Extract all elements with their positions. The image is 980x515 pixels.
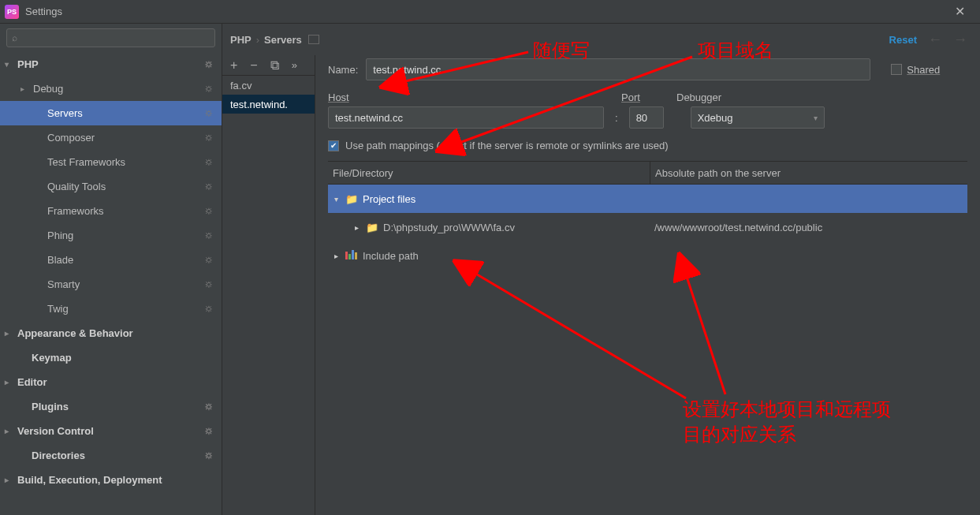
breadcrumb-root[interactable]: PHP <box>230 34 252 46</box>
tree-label: Appearance & Behavior <box>17 327 133 339</box>
mapping-header: File/Directory Absolute path on the serv… <box>328 161 967 185</box>
servers-panel: + − ⧉ » fa.cv test.netwind. <box>222 55 315 515</box>
tree-label: Test Frameworks <box>47 156 125 168</box>
tree-label: Composer <box>47 132 95 144</box>
gear-icon <box>204 279 215 290</box>
tree-node-plugins[interactable]: Plugins <box>0 394 222 419</box>
tree-label: Twig <box>47 303 69 315</box>
gear-icon <box>204 157 215 168</box>
tree-label: Quality Tools <box>47 181 106 192</box>
port-input[interactable] <box>629 106 664 129</box>
mapping-row-include[interactable]: ▸ Include path <box>328 241 967 270</box>
tree-node-servers[interactable]: Servers <box>0 101 222 125</box>
chevron-right-icon: ▸ <box>334 252 345 260</box>
tree-node-php[interactable]: PHP <box>0 52 222 77</box>
debugger-select[interactable]: Xdebug <box>691 106 825 129</box>
tree-label: Plugins <box>32 401 69 412</box>
folder-icon: 📁 <box>345 193 358 205</box>
gear-icon <box>204 206 215 217</box>
gear-icon <box>204 450 215 461</box>
tree-label: Version Control <box>17 425 94 437</box>
checkbox-checked-icon: ✔ <box>328 140 339 151</box>
tree-node-directories[interactable]: Directories <box>0 443 222 468</box>
window-title: Settings <box>25 6 62 17</box>
tree-node-smarty[interactable]: Smarty <box>0 272 222 297</box>
mapping-col-file: File/Directory <box>328 167 650 179</box>
gear-icon <box>204 401 215 412</box>
mapping-col-path: Absolute path on the server <box>650 162 967 184</box>
name-input[interactable] <box>366 58 870 80</box>
tree-node-blade[interactable]: Blade <box>0 248 222 272</box>
chevron-right-icon: ▸ <box>355 223 366 232</box>
gear-icon <box>204 304 215 315</box>
chevron-down-icon: ▾ <box>334 195 345 203</box>
shared-checkbox[interactable]: Shared <box>891 64 940 76</box>
debugger-label: Debugger <box>676 91 721 103</box>
tree-node-quality-tools[interactable]: Quality Tools <box>0 174 222 199</box>
tree-label: Frameworks <box>47 205 104 217</box>
debugger-value: Xdebug <box>698 112 733 124</box>
project-scope-icon <box>308 35 319 44</box>
chevron-right-icon <box>5 476 14 484</box>
tree-label: Servers <box>47 107 83 119</box>
tree-label: Blade <box>47 254 73 266</box>
gear-icon <box>204 426 215 437</box>
tree-label: Phing <box>47 230 73 241</box>
reset-button[interactable]: Reset <box>889 34 917 46</box>
use-mappings-label: Use path mappings (select if the server … <box>345 140 669 151</box>
chevron-right-icon <box>5 329 14 338</box>
tree-node-debug[interactable]: Debug <box>0 77 222 101</box>
include-path-icon <box>345 250 358 262</box>
gear-icon <box>204 255 215 266</box>
tree-label: Directories <box>32 450 85 461</box>
mapping-row-local[interactable]: ▸ 📁 D:\phpstudy_pro\WWW\fa.cv /www/wwwro… <box>328 213 967 241</box>
port-label: Port <box>621 91 640 103</box>
tree-node-editor[interactable]: Editor <box>0 370 222 394</box>
port-separator: : <box>615 112 618 124</box>
mapping-row-project-files[interactable]: ▾ 📁 Project files <box>328 185 967 213</box>
tree-node-build[interactable]: Build, Execution, Deployment <box>0 468 222 492</box>
tree-node-vcs[interactable]: Version Control <box>0 419 222 443</box>
tree-node-appearance[interactable]: Appearance & Behavior <box>0 321 222 345</box>
mapping-local-path: D:\phpstudy_pro\WWW\fa.cv <box>383 222 515 233</box>
folder-icon: 📁 <box>366 222 378 233</box>
tree-node-composer[interactable]: Composer <box>0 125 222 150</box>
server-detail-pane: Name: Shared Host Port Debugger <box>315 55 980 515</box>
remove-icon[interactable]: − <box>250 59 257 72</box>
back-icon[interactable]: ← <box>928 32 942 48</box>
tree-label: Build, Execution, Deployment <box>17 474 162 486</box>
tree-label: Debug <box>33 83 63 95</box>
host-input[interactable] <box>328 106 604 129</box>
chevron-right-icon <box>5 427 14 435</box>
copy-icon[interactable]: ⧉ <box>270 59 279 72</box>
server-item[interactable]: fa.cv <box>222 76 315 95</box>
tree-node-phing[interactable]: Phing <box>0 223 222 248</box>
mapping-remote-path[interactable]: /www/wwwroot/test.netwind.cc/public <box>650 222 967 233</box>
add-icon[interactable]: + <box>230 59 237 72</box>
tree-node-twig[interactable]: Twig <box>0 297 222 321</box>
gear-icon <box>204 59 215 70</box>
breadcrumb-leaf: Servers <box>264 34 302 46</box>
server-item[interactable]: test.netwind. <box>222 95 315 114</box>
shared-label: Shared <box>907 64 940 76</box>
chevron-down-icon <box>5 60 14 69</box>
more-icon[interactable]: » <box>292 60 297 70</box>
gear-icon <box>204 230 215 241</box>
servers-toolbar: + − ⧉ » <box>222 55 315 76</box>
app-icon: PS <box>5 5 19 19</box>
use-path-mappings-checkbox[interactable]: ✔ Use path mappings (select if the serve… <box>328 140 967 151</box>
tree-node-frameworks[interactable]: Frameworks <box>0 199 222 223</box>
tree-node-keymap[interactable]: Keymap <box>0 345 222 370</box>
host-label: Host <box>328 91 349 103</box>
settings-sidebar: PHP Debug Servers Composer Test Framewor… <box>0 24 222 515</box>
name-label: Name: <box>328 64 358 76</box>
tree-label: PHP <box>17 58 39 70</box>
tree-node-test-frameworks[interactable]: Test Frameworks <box>0 150 222 174</box>
gear-icon <box>204 108 215 119</box>
search-input[interactable] <box>6 28 215 47</box>
settings-tree: PHP Debug Servers Composer Test Framewor… <box>0 52 222 515</box>
chevron-right-icon <box>5 378 14 386</box>
tree-label: Editor <box>17 376 47 388</box>
close-icon[interactable]: ✕ <box>944 0 975 24</box>
forward-icon[interactable]: → <box>953 32 967 48</box>
